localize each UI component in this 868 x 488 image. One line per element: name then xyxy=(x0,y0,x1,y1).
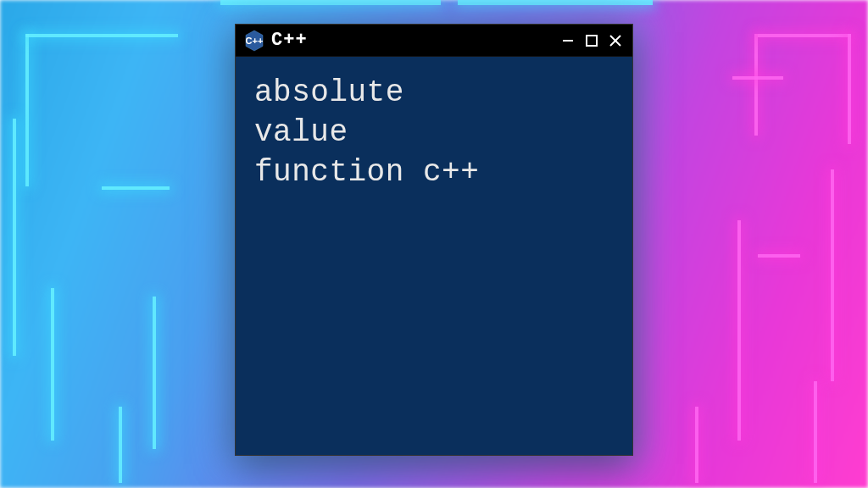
terminal-line-1: absolute xyxy=(254,74,614,114)
svg-text:C++: C++ xyxy=(246,36,264,46)
maximize-button[interactable] xyxy=(583,32,600,49)
cpp-hex-icon: C++ xyxy=(244,30,264,51)
window-controls xyxy=(559,32,624,49)
window-title: C++ xyxy=(271,30,308,51)
title-left-group: C++ C++ xyxy=(244,30,308,51)
title-bar[interactable]: C++ C++ xyxy=(236,25,632,57)
terminal-line-2: value xyxy=(254,114,614,153)
terminal-content: absolute value function c++ xyxy=(254,74,614,192)
close-button[interactable] xyxy=(607,32,624,49)
terminal-line-3: function c++ xyxy=(254,153,614,193)
terminal-window: C++ C++ xyxy=(235,24,633,456)
minimize-button[interactable] xyxy=(559,32,576,49)
terminal-body[interactable]: absolute value function c++ xyxy=(236,57,632,455)
svg-rect-3 xyxy=(587,36,597,46)
